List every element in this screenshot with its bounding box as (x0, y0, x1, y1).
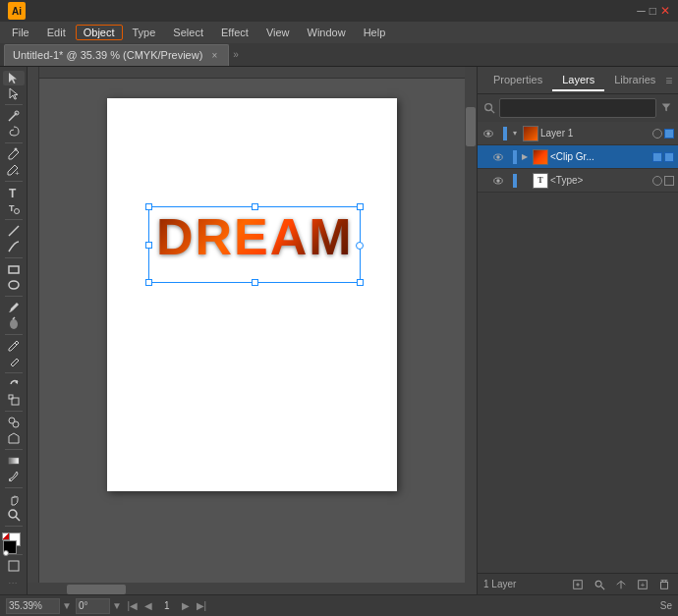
locate-object-button[interactable] (570, 577, 586, 592)
type-tool[interactable]: T (3, 186, 25, 200)
layer-target-type[interactable] (652, 176, 662, 186)
hand-tool[interactable] (3, 492, 25, 507)
arc-tool[interactable] (3, 240, 25, 254)
touch-type-tool[interactable]: T (3, 201, 25, 216)
delete-layer-button[interactable] (656, 577, 672, 592)
tab-close-button[interactable]: × (208, 49, 220, 61)
lasso-tool[interactable] (3, 125, 25, 140)
document-tab[interactable]: Untitled-1* @ 35.39 % (CMYK/Preview) × (4, 44, 229, 66)
nav-prev-button[interactable]: ◀ (141, 599, 155, 613)
drawing-mode[interactable] (3, 558, 25, 573)
menu-view[interactable]: View (258, 25, 298, 40)
svg-point-28 (496, 179, 499, 182)
menu-help[interactable]: Help (356, 25, 394, 40)
maximize-icon[interactable]: □ (650, 4, 656, 18)
svg-text:+: + (641, 581, 646, 589)
create-layer-button[interactable]: + (635, 577, 650, 592)
minimize-icon[interactable]: ─ (637, 4, 646, 18)
zoom-tool[interactable] (3, 507, 25, 522)
gradient-tool[interactable] (3, 454, 25, 469)
pencil-tool[interactable] (3, 339, 25, 354)
tool-separator-3 (5, 181, 23, 182)
menu-object[interactable]: Object (76, 25, 123, 40)
handle-bottom-middle[interactable] (252, 279, 258, 286)
eraser-tool[interactable] (3, 355, 25, 369)
nav-last-button[interactable]: ▶| (195, 599, 208, 613)
menu-file[interactable]: File (4, 25, 37, 40)
selection-tool[interactable] (3, 71, 25, 85)
layer-visibility-layer1[interactable] (481, 127, 495, 140)
layer-expand-clip[interactable]: ▶ (519, 151, 531, 163)
tab-layers[interactable]: Layers (552, 70, 604, 91)
magic-wand-tool[interactable] (3, 109, 25, 124)
zoom-input[interactable] (6, 598, 60, 614)
tab-libraries[interactable]: Libraries (604, 70, 665, 91)
vertical-scrollbar-thumb[interactable] (466, 107, 476, 146)
move-to-layer-button[interactable] (613, 577, 629, 592)
svg-point-21 (485, 104, 492, 111)
dreams-text: DREAMS (156, 211, 353, 262)
nav-next-button[interactable]: ▶ (179, 599, 193, 613)
close-icon[interactable]: ✕ (660, 4, 670, 18)
layer-target-clip[interactable] (652, 152, 662, 162)
svg-point-24 (486, 132, 489, 135)
tab-scroll-right[interactable]: » (233, 49, 239, 60)
pen-tool[interactable] (3, 147, 25, 162)
menu-type[interactable]: Type (125, 25, 164, 40)
fill-stroke-widget[interactable] (1, 531, 27, 550)
vertical-scrollbar-track[interactable] (465, 67, 477, 583)
layer-select-clip[interactable] (664, 152, 674, 162)
handle-top-left[interactable] (145, 203, 152, 210)
rotate-dropdown-arrow[interactable]: ▼ (112, 600, 122, 611)
scale-tool[interactable] (3, 393, 25, 408)
rotate-tool[interactable] (3, 377, 25, 392)
menu-select[interactable]: Select (165, 25, 211, 40)
canvas-area[interactable]: DREAMS (39, 79, 465, 583)
layer-target-layer1[interactable] (652, 129, 662, 139)
rotate-input[interactable] (76, 598, 110, 614)
line-tool[interactable] (3, 224, 25, 239)
handle-bottom-left[interactable] (145, 279, 152, 286)
layer-visibility-clip[interactable] (491, 150, 505, 164)
layer-visibility-type[interactable] (491, 174, 505, 188)
layer-select-layer1[interactable] (664, 129, 674, 139)
handle-bottom-right[interactable] (357, 279, 364, 286)
layers-search-icon (483, 102, 495, 114)
direct-selection-tool[interactable] (3, 86, 25, 101)
handle-middle-left[interactable] (145, 242, 152, 249)
zoom-dropdown-arrow[interactable]: ▼ (62, 600, 72, 611)
menu-edit[interactable]: Edit (39, 25, 74, 40)
live-paint-tool[interactable] (3, 431, 25, 446)
nav-first-button[interactable]: |◀ (126, 599, 140, 613)
tool-separator-4 (5, 219, 23, 220)
shape-builder-tool[interactable] (3, 416, 25, 430)
filter-button[interactable] (660, 101, 672, 116)
layer-row-type[interactable]: ▶ T <Type> (478, 169, 678, 193)
layer-row-layer1[interactable]: ▾ Layer 1 (478, 122, 678, 145)
menu-effect[interactable]: Effect (213, 25, 256, 40)
blob-brush-tool[interactable] (3, 316, 25, 331)
tool-separator-11 (5, 487, 23, 488)
layer-row-clip-group[interactable]: ▶ <Clip Gr... (478, 145, 678, 169)
status-info: Se (660, 600, 672, 611)
layer-thumbnail-clip (533, 149, 548, 165)
more-tools[interactable]: ··· (3, 576, 25, 590)
horizontal-scrollbar-thumb[interactable] (67, 585, 126, 594)
paintbrush-tool[interactable] (3, 301, 25, 315)
tab-properties[interactable]: Properties (483, 70, 552, 91)
layer-select-type[interactable] (664, 176, 674, 186)
layer-expand-layer1[interactable]: ▾ (509, 128, 521, 140)
layer-thumbnail-layer1 (523, 126, 538, 141)
ellipse-tool[interactable] (3, 278, 25, 293)
panel-menu-button[interactable]: ≡ (665, 74, 672, 87)
svg-point-2 (14, 148, 17, 151)
add-anchor-tool[interactable]: + (3, 163, 25, 178)
search-layers-button[interactable] (592, 577, 607, 592)
layers-search-input[interactable] (499, 98, 656, 118)
menu-window[interactable]: Window (300, 25, 354, 40)
horizontal-scrollbar-track[interactable] (28, 583, 465, 594)
svg-text:T: T (9, 187, 17, 199)
dreams-selection[interactable]: DREAMS (156, 211, 353, 275)
eyedropper-tool[interactable] (3, 470, 25, 484)
rect-tool[interactable] (3, 262, 25, 277)
